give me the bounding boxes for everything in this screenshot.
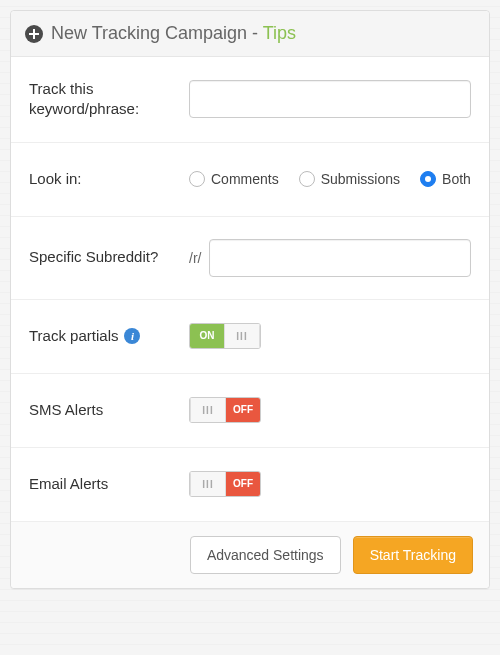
row-look-in: Look in: Comments Submissions Both (11, 143, 489, 217)
info-icon[interactable]: i (124, 328, 140, 344)
subreddit-input[interactable] (209, 239, 471, 277)
keyword-label: Track this keyword/phrase: (29, 79, 189, 120)
panel-title: New Tracking Campaign (51, 23, 247, 43)
email-alerts-toggle[interactable]: III OFF (189, 471, 261, 497)
toggle-off-label: OFF (226, 472, 260, 496)
row-keyword: Track this keyword/phrase: (11, 57, 489, 143)
sms-alerts-label: SMS Alerts (29, 400, 189, 420)
keyword-input[interactable] (189, 80, 471, 118)
toggle-off-label: OFF (226, 398, 260, 422)
title-separator: - (247, 23, 263, 43)
subreddit-prefix: /r/ (189, 250, 201, 266)
advanced-settings-button[interactable]: Advanced Settings (190, 536, 341, 574)
radio-label: Comments (211, 171, 279, 187)
toggle-grip-icon: III (190, 398, 226, 422)
radio-both[interactable]: Both (420, 171, 471, 187)
toggle-grip-icon: III (190, 472, 226, 496)
campaign-panel: New Tracking Campaign - Tips Track this … (10, 10, 490, 589)
radio-icon (420, 171, 436, 187)
toggle-on-label: ON (190, 324, 224, 348)
radio-comments[interactable]: Comments (189, 171, 279, 187)
radio-label: Submissions (321, 171, 400, 187)
look-in-label: Look in: (29, 169, 189, 189)
panel-header: New Tracking Campaign - Tips (11, 11, 489, 57)
sms-alerts-toggle[interactable]: III OFF (189, 397, 261, 423)
email-alerts-label: Email Alerts (29, 474, 189, 494)
track-partials-toggle[interactable]: ON III (189, 323, 261, 349)
plus-circle-icon (25, 25, 43, 43)
row-subreddit: Specific Subreddit? /r/ (11, 217, 489, 300)
radio-submissions[interactable]: Submissions (299, 171, 400, 187)
radio-icon (299, 171, 315, 187)
row-sms-alerts: SMS Alerts III OFF (11, 374, 489, 448)
row-track-partials: Track partials i ON III (11, 300, 489, 374)
subreddit-label: Specific Subreddit? (29, 247, 189, 267)
start-tracking-button[interactable]: Start Tracking (353, 536, 473, 574)
panel-footer: Advanced Settings Start Tracking (11, 522, 489, 588)
toggle-grip-icon: III (224, 324, 260, 348)
radio-icon (189, 171, 205, 187)
look-in-radio-group: Comments Submissions Both (189, 171, 471, 187)
row-email-alerts: Email Alerts III OFF (11, 448, 489, 522)
radio-label: Both (442, 171, 471, 187)
tips-link[interactable]: Tips (263, 23, 296, 43)
track-partials-label: Track partials (29, 326, 118, 346)
